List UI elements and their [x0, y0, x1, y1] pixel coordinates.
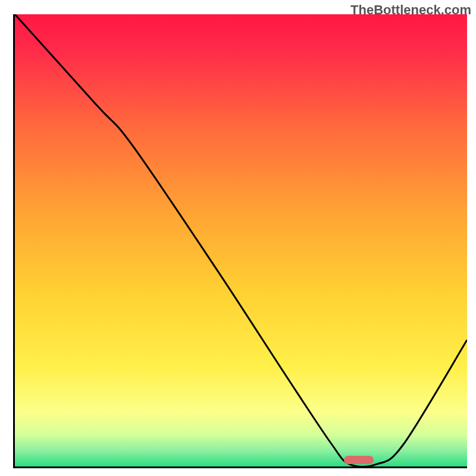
bottleneck-curve — [15, 14, 467, 466]
plot-area — [13, 14, 467, 468]
sweet-spot-marker — [344, 456, 374, 464]
bottleneck-chart: TheBottleneck.com — [0, 0, 476, 476]
watermark-text: TheBottleneck.com — [350, 2, 471, 18]
